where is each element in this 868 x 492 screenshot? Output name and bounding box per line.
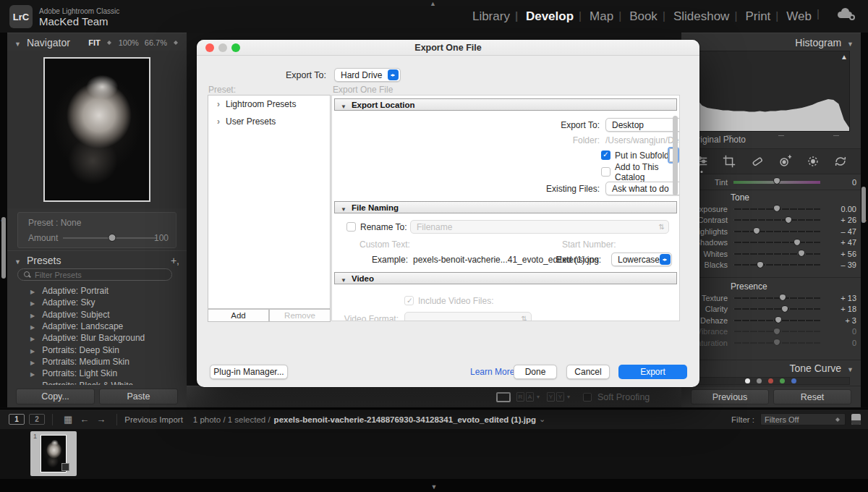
left-collapse-rail[interactable]: ◀ <box>0 33 7 407</box>
dropdown-caret-icon[interactable]: ▾ <box>567 394 570 400</box>
slider-thumb[interactable] <box>793 239 801 246</box>
grid-view-icon[interactable]: ▦ <box>64 414 72 425</box>
slider-track[interactable] <box>733 297 820 299</box>
add-preset-button[interactable]: Add <box>208 309 269 322</box>
crop-icon[interactable] <box>720 153 738 170</box>
cloud-sync-item[interactable] <box>820 7 855 25</box>
filmstrip-thumbnail-selected[interactable]: 1 <box>30 431 77 476</box>
slider-thumb[interactable] <box>753 227 760 234</box>
soft-proofing-checkbox[interactable] <box>583 393 592 402</box>
main-window-button[interactable]: 1 <box>9 414 25 425</box>
reset-button[interactable]: Reset <box>773 389 851 404</box>
slider-track[interactable] <box>733 208 820 210</box>
second-window-button[interactable]: 2 <box>29 414 45 425</box>
view-mode-button[interactable]: Y <box>556 392 564 402</box>
include-video-checkbox[interactable] <box>404 296 414 305</box>
slider-track[interactable] <box>733 253 820 255</box>
view-mode-button[interactable]: R <box>516 392 524 402</box>
back-arrow-icon[interactable]: ← <box>80 414 89 425</box>
view-mode-button[interactable]: A <box>526 392 534 402</box>
slider-thumb[interactable] <box>798 250 805 257</box>
channel-red-icon[interactable] <box>768 378 773 383</box>
add-preset-icon[interactable]: +, <box>171 255 179 266</box>
slider-track[interactable] <box>733 331 820 332</box>
channel-gray-icon[interactable] <box>757 378 762 383</box>
export-button[interactable]: Export <box>618 365 687 379</box>
navigator-zoom-ratio[interactable]: 66.7% <box>145 38 167 47</box>
navigator-fit[interactable]: FIT <box>88 38 101 47</box>
module-tab[interactable]: Slideshow <box>665 9 738 24</box>
right-collapse-rail[interactable]: ▶ <box>861 33 868 407</box>
previous-button[interactable]: Previous <box>691 389 769 404</box>
preset-search-input[interactable] <box>35 271 166 279</box>
filter-toggle-icon[interactable] <box>851 414 861 425</box>
cloud-sync-icon[interactable] <box>836 7 855 22</box>
module-tab[interactable]: Web <box>778 9 820 24</box>
presets-header[interactable]: Presets +, <box>7 250 187 269</box>
current-filename[interactable]: pexels-benoit-vacherie-2148876930-341283… <box>274 415 536 424</box>
tint-slider-thumb[interactable] <box>773 177 780 184</box>
slider-track[interactable] <box>733 342 820 344</box>
rename-template-dropdown[interactable]: Filename⇅ <box>410 220 669 234</box>
preset-list-item[interactable]: Adaptive: Subject <box>7 309 187 321</box>
tone-curve-header[interactable]: Tone Curve <box>681 360 861 376</box>
preset-list-item[interactable]: Adaptive: Blur Background <box>7 332 187 344</box>
preset-group[interactable]: Lightroom Presets <box>208 96 330 113</box>
put-in-subfolder-checkbox[interactable] <box>601 150 610 160</box>
video-format-dropdown[interactable]: ⇅ <box>404 312 532 321</box>
histogram-header[interactable]: Histogram <box>681 33 861 51</box>
slider-thumb[interactable] <box>773 205 780 212</box>
destination-dropdown[interactable]: Desktop <box>605 118 680 132</box>
red-eye-icon[interactable] <box>776 153 793 170</box>
video-header[interactable]: Video <box>334 272 677 284</box>
collapse-right-icon[interactable]: ▶ <box>862 217 867 224</box>
slider-thumb[interactable] <box>773 328 780 335</box>
navigator-header[interactable]: Navigator FIT 100% 66.7% <box>7 33 187 51</box>
plugin-manager-button[interactable]: Plug-in Manager... <box>210 365 288 379</box>
copy-button[interactable]: Copy... <box>16 389 95 404</box>
export-location-header[interactable]: Export Location <box>334 98 677 111</box>
reveal-top-panel-icon[interactable]: ▲ <box>430 0 436 7</box>
view-mode-button[interactable]: Y <box>547 392 555 402</box>
module-tab[interactable]: Map <box>582 9 621 24</box>
export-to-dropdown[interactable]: Hard Drive <box>334 68 401 82</box>
done-button[interactable]: Done <box>514 365 557 379</box>
loupe-view-icon[interactable] <box>496 392 511 402</box>
preset-list-item[interactable]: Portraits: Black & White <box>7 379 187 385</box>
navigator-preview-photo[interactable] <box>43 57 150 202</box>
slider-track[interactable] <box>733 231 820 232</box>
forward-arrow-icon[interactable]: → <box>96 414 106 425</box>
amount-slider-thumb[interactable] <box>108 234 116 242</box>
previous-import-label[interactable]: Previous Import <box>124 415 183 424</box>
channel-white-icon[interactable] <box>745 378 750 383</box>
preset-list-item[interactable]: Adaptive: Portrait <box>7 285 187 297</box>
add-to-catalog-checkbox[interactable] <box>601 167 610 177</box>
zoom-stepper-icon[interactable] <box>173 38 179 47</box>
slider-thumb[interactable] <box>785 216 792 224</box>
fit-stepper-icon[interactable] <box>106 38 113 47</box>
preset-list-item[interactable]: Portraits: Medium Skin <box>7 356 187 368</box>
channel-green-icon[interactable] <box>780 378 785 383</box>
dropdown-caret-icon[interactable]: ▾ <box>537 394 540 400</box>
slider-track[interactable] <box>733 219 820 221</box>
highlight-clipping-icon[interactable]: ▲ <box>841 53 848 61</box>
healing-icon[interactable] <box>749 153 766 170</box>
slider-track[interactable] <box>733 264 820 266</box>
slider-thumb[interactable] <box>757 261 764 268</box>
dialog-scrollbar[interactable] <box>673 116 678 195</box>
module-tab[interactable]: Library <box>464 9 518 24</box>
learn-more-link[interactable]: Learn More <box>470 367 514 377</box>
histogram-chart[interactable]: ▲ <box>691 51 850 132</box>
preset-list-item[interactable]: Portraits: Light Skin <box>7 368 187 379</box>
left-panel-scrollbar[interactable] <box>1 217 6 279</box>
preset-group[interactable]: User Presets <box>208 113 330 130</box>
amount-slider[interactable] <box>63 237 157 239</box>
paste-button[interactable]: Paste <box>99 389 178 404</box>
rename-to-checkbox[interactable] <box>346 222 356 232</box>
module-tab[interactable]: Print <box>737 9 778 24</box>
remove-preset-button[interactable]: Remove <box>269 309 331 322</box>
file-naming-header[interactable]: File Naming <box>334 201 677 213</box>
navigator-zoom-100[interactable]: 100% <box>119 38 139 47</box>
reveal-bottom-panel-icon[interactable]: ▼ <box>431 483 438 491</box>
existing-files-dropdown[interactable]: Ask what to do <box>605 182 680 195</box>
